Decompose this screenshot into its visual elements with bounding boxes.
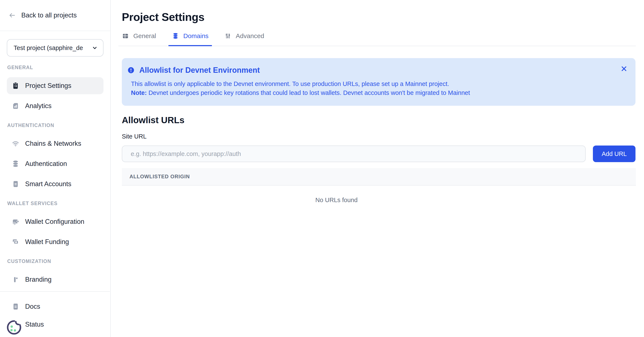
document-icon: [12, 180, 20, 188]
banner-note-text: Devnet undergoes periodic key rotations …: [147, 89, 470, 96]
main-content: Project Settings General Domains: [111, 0, 644, 337]
cookie-preferences-button[interactable]: [5, 318, 24, 337]
sidebar-item-branding[interactable]: Branding: [7, 271, 104, 284]
database-icon: [12, 160, 20, 168]
sidebar-item-label: Wallet Funding: [25, 238, 69, 246]
site-url-label: Site URL: [122, 133, 636, 140]
section-label-customization: CUSTOMIZATION: [7, 259, 104, 264]
chevron-down-icon: [92, 45, 98, 51]
sliders-icon: [224, 32, 232, 39]
wallet-gear-icon: [12, 218, 20, 226]
sidebar-item-project-settings[interactable]: Project Settings: [7, 77, 104, 94]
section-label-wallet-services: WALLET SERVICES: [7, 201, 104, 206]
sidebar-item-label: Analytics: [25, 102, 52, 110]
sidebar-item-label: Branding: [25, 276, 52, 283]
tab-advanced[interactable]: Advanced: [221, 32, 268, 46]
banknotes-icon: [12, 238, 20, 246]
sidebar-item-chains-networks[interactable]: Chains & Networks: [7, 135, 104, 152]
banner-header: Allowlist for Devnet Environment: [127, 66, 626, 75]
close-icon[interactable]: [620, 65, 628, 72]
sidebar-item-smart-accounts[interactable]: Smart Accounts: [7, 176, 104, 193]
project-selector[interactable]: Test project (sapphire_de: [7, 39, 104, 57]
table-header-row: ALLOWLISTED ORIGIN: [122, 168, 636, 186]
tab-general[interactable]: General: [118, 32, 160, 46]
sidebar-item-label: Docs: [25, 303, 40, 311]
sidebar-item-docs[interactable]: Docs: [7, 298, 103, 315]
sidebar-item-label: Project Settings: [25, 82, 71, 90]
section-label-general: GENERAL: [7, 65, 104, 70]
sidebar-item-wallet-configuration[interactable]: Wallet Configuration: [7, 213, 104, 230]
arrow-left-icon: [8, 12, 16, 19]
tab-label: Advanced: [236, 32, 264, 39]
sidebar-nav: Test project (sapphire_de GENERAL Pro: [0, 31, 110, 284]
site-url-input[interactable]: [122, 146, 586, 162]
tab-label: General: [133, 32, 156, 39]
sidebar-item-label: Authentication: [25, 160, 67, 168]
section-label-authentication: AUTHENTICATION: [7, 123, 104, 128]
info-icon: [127, 67, 134, 74]
back-to-projects-link[interactable]: Back to all projects: [0, 0, 110, 31]
banner-title: Allowlist for Devnet Environment: [139, 66, 260, 75]
database-icon: [172, 32, 179, 39]
wifi-icon: [12, 140, 20, 148]
sidebar-item-label: Wallet Configuration: [25, 218, 84, 226]
empty-state-text: No URLs found: [122, 186, 551, 204]
sidebar-item-label: Smart Accounts: [25, 180, 71, 188]
tab-domains[interactable]: Domains: [168, 32, 212, 46]
url-input-row: Add URL: [122, 146, 636, 162]
banner-line-2: Note: Devnet undergoes periodic key rota…: [131, 88, 626, 97]
banner-note-label: Note:: [131, 89, 147, 96]
banner-body: This allowlist is only applicable to the…: [127, 79, 626, 97]
sidebar: Back to all projects Test project (sapph…: [0, 0, 111, 337]
allowlist-urls-heading: Allowlist URLs: [122, 115, 636, 125]
table-icon: [122, 32, 129, 39]
cookie-icon: [5, 318, 24, 337]
banner-line-1: This allowlist is only applicable to the…: [131, 79, 626, 88]
tab-label: Domains: [183, 32, 208, 39]
branding-icon: [12, 276, 20, 284]
page-title: Project Settings: [122, 11, 636, 23]
analytics-icon: [12, 102, 20, 110]
project-selector-value: Test project (sapphire_de: [14, 44, 83, 51]
sidebar-item-analytics[interactable]: Analytics: [7, 97, 104, 114]
clipboard-icon: [12, 82, 20, 90]
docs-icon: [12, 303, 20, 311]
back-to-projects-label: Back to all projects: [21, 11, 77, 19]
add-url-button[interactable]: Add URL: [593, 146, 636, 162]
sidebar-item-label: Status: [25, 321, 44, 328]
tabs-bar: General Domains: [118, 32, 636, 46]
column-header-allowlisted-origin: ALLOWLISTED ORIGIN: [130, 174, 190, 180]
sidebar-item-wallet-funding[interactable]: Wallet Funding: [7, 233, 104, 250]
allowlisted-origins-table: ALLOWLISTED ORIGIN No URLs found: [122, 168, 636, 204]
sidebar-item-label: Chains & Networks: [25, 140, 81, 147]
devnet-allowlist-banner: Allowlist for Devnet Environment This al…: [122, 58, 636, 106]
sidebar-item-authentication[interactable]: Authentication: [7, 155, 104, 172]
